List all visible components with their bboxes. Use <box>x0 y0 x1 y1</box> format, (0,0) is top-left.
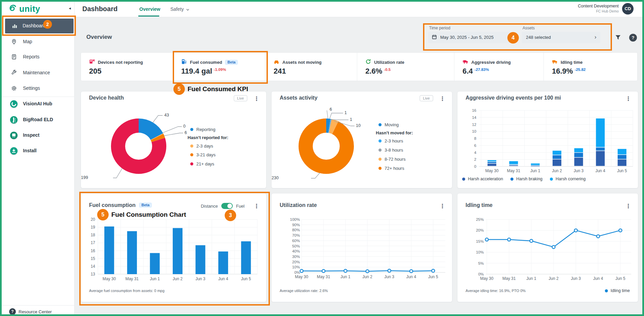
assets-label: Assets <box>523 26 535 30</box>
svg-text:40%: 40% <box>292 249 300 253</box>
sidebar-item-label: Settings <box>23 85 40 91</box>
utilization_rate-point <box>432 269 435 272</box>
donut-callout-value: 1 <box>344 110 347 115</box>
tab-safety[interactable]: Safety <box>170 6 189 12</box>
svg-text:Jun 3: Jun 3 <box>384 274 394 279</box>
svg-text:12: 12 <box>472 123 476 127</box>
page-title: Dashboard <box>82 5 117 13</box>
filter-button[interactable] <box>615 34 621 42</box>
svg-text:Jun 4: Jun 4 <box>593 276 603 281</box>
account-org: Content Development <box>578 4 619 8</box>
svg-text:90%: 90% <box>292 223 300 227</box>
sidebar-item-install[interactable]: Install <box>3 144 74 158</box>
legend-item-72+ hours: 72+ hours <box>379 166 404 171</box>
svg-text:Jun 3: Jun 3 <box>571 276 581 281</box>
dashboard-icon <box>12 23 18 30</box>
unity-logo-icon <box>8 4 18 16</box>
donut-segment-72+ hours <box>306 126 347 167</box>
kpi-label: Devices not reporting <box>98 60 143 65</box>
app-root: unity ◄ Dashboard MapReportsMaintenanceS… <box>0 0 644 316</box>
stacked-bar-segment <box>596 148 605 151</box>
kpi-utilization-rate[interactable]: Utilization rate2.6%-0.5 <box>357 53 454 81</box>
kpi-fuel-consumed[interactable]: Fuel consumedBeta119.4 gal-1.09% <box>173 53 265 81</box>
assets-selector[interactable]: 248 selected › <box>522 32 600 43</box>
legend-dot <box>550 178 553 181</box>
sidebar-item-bigroad-eld[interactable]: BigRoad ELD <box>3 113 74 127</box>
sidebar-item-reports[interactable]: Reports <box>3 50 74 64</box>
kpi-delta: -25.82 <box>575 68 586 72</box>
sidebar-item-label: Reports <box>23 54 39 59</box>
kpi-label: Assets not moving <box>282 60 321 65</box>
fuel-bar-Jun 2 <box>173 228 183 274</box>
sidebar-item-label: VisionAI Hub <box>23 101 52 106</box>
legend-dot <box>510 178 513 181</box>
kpi-header: Aggressive driving <box>463 59 511 65</box>
card-utilization-rate: Utilization rate ⋮ Average utilization r… <box>271 193 452 302</box>
svg-text:Jun 2: Jun 2 <box>552 168 562 173</box>
bigroad-icon <box>10 116 18 124</box>
truck-icon <box>552 59 558 64</box>
calendar-icon <box>432 34 437 41</box>
account-info: Content Development FC Hub Demo <box>578 4 619 13</box>
kpi-value: 16.9%-25.82 <box>552 67 586 76</box>
idling_time-point <box>552 245 555 248</box>
time-period-value: May 30, 2025 - Jun 5, 2025 <box>440 35 494 40</box>
stacked-bar-segment <box>531 165 540 166</box>
kpi-label: Aggressive driving <box>471 60 511 65</box>
stacked-bar-segment <box>487 160 496 161</box>
sidebar-item-label: Maintenance <box>23 70 50 75</box>
top-bar: Dashboard Overview Safety Content Develo… <box>75 2 642 17</box>
stacked-bar-segment <box>574 148 583 152</box>
svg-text:50%: 50% <box>292 244 300 248</box>
kpi-idling-time[interactable]: Idling time16.9%-25.82 <box>543 53 638 81</box>
svg-text:16: 16 <box>91 248 95 253</box>
chevron-down-icon <box>186 9 189 11</box>
kpi-label: Utilization rate <box>374 60 404 65</box>
fuel-bar-Jun 5 <box>241 241 251 274</box>
kpi-aggressive-driving[interactable]: Aggressive driving6.4-27.83% <box>454 53 544 81</box>
svg-text:10: 10 <box>472 129 476 133</box>
legend-label: Moving <box>385 122 399 127</box>
sidebar-item-settings[interactable]: Settings <box>3 82 74 95</box>
tab-overview[interactable]: Overview <box>139 6 160 12</box>
sidebar-item-inspect[interactable]: Inspect <box>3 129 74 142</box>
svg-text:Jun 2: Jun 2 <box>549 276 559 281</box>
sidebar-item-map[interactable]: Map <box>3 35 74 49</box>
map-pin-icon <box>11 39 17 45</box>
kpi-assets-not-moving[interactable]: Assets not moving241 <box>265 53 357 81</box>
kpi-devices-not-reporting[interactable]: Devices not reporting205 <box>81 53 173 81</box>
help-button[interactable]: ? <box>629 34 637 42</box>
utilization_rate-point <box>388 269 391 272</box>
fuel-pump-icon <box>181 59 187 64</box>
svg-text:18: 18 <box>91 233 95 237</box>
gear-icon <box>11 85 17 91</box>
svg-text:May 31: May 31 <box>507 168 521 173</box>
overview-heading: Overview <box>86 34 112 41</box>
svg-text:0%: 0% <box>478 272 484 276</box>
time-period-picker[interactable]: May 30, 2025 - Jun 5, 2025 <box>428 32 511 43</box>
donut-callout-value: 199 <box>81 175 112 180</box>
fuel-bar-Jun 1 <box>150 253 160 274</box>
sidebar-item-visionai-hub[interactable]: VisionAI Hub <box>3 97 74 111</box>
sidebar-item-maintenance[interactable]: Maintenance <box>3 66 74 80</box>
utilization_rate-point <box>344 269 347 272</box>
fuel-bar-May 30 <box>104 227 114 274</box>
sidebar-item-dashboard[interactable]: Dashboard <box>5 19 74 33</box>
avatar[interactable]: CD <box>622 3 634 15</box>
chevron-right-icon: › <box>594 34 596 41</box>
sidebar-collapse-icon[interactable]: ◄ <box>68 6 72 10</box>
fuel-bar-Jun 4 <box>218 252 228 274</box>
card-aggressive-driving: Aggressive driving events per 100 mi ⋮ 0… <box>457 91 638 188</box>
svg-text:Jun 1: Jun 1 <box>526 276 536 281</box>
utilization_rate-point <box>366 270 369 273</box>
stacked-bar-segment <box>618 155 626 159</box>
svg-text:20%: 20% <box>476 228 484 232</box>
svg-text:Jun 4: Jun 4 <box>406 274 416 279</box>
logo-wordmark: unity <box>19 4 40 14</box>
donut-callout-value: 10 <box>356 123 361 128</box>
resource-center-button[interactable]: ? Resource Center <box>2 305 74 315</box>
kpi-header: Utilization rate <box>365 59 404 65</box>
svg-text:Jun 3: Jun 3 <box>195 276 205 281</box>
visionai-icon <box>10 100 18 108</box>
svg-text:Jun 4: Jun 4 <box>595 168 606 173</box>
